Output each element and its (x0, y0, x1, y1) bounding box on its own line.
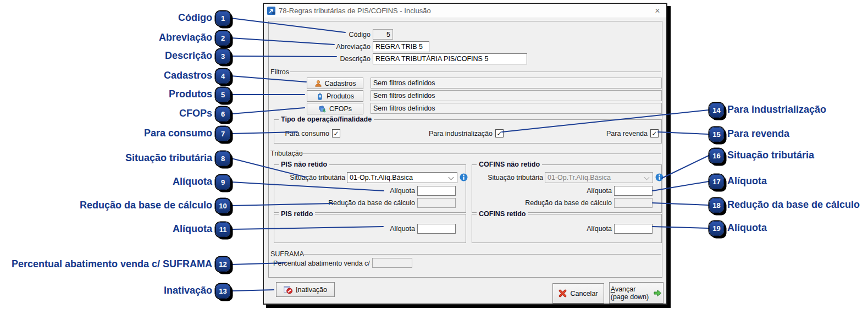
cofins-retido-aliquota-input[interactable] (614, 224, 653, 234)
cofins-reducao-label: Redução da base de cálculo (502, 199, 612, 207)
cancelar-button[interactable]: Cancelar (552, 283, 604, 304)
callout-badge-19: 19 (709, 221, 724, 236)
callout-label-12: Percentual abatimento venda c/ SUFRAMA (12, 258, 212, 270)
produtos-filter-status: Sem filtros definidos (371, 90, 662, 101)
callout-label-5: Produtos (169, 89, 212, 100)
pis-retido-group-label: PIS retido (279, 210, 315, 218)
pis-aliquota-label: Alíquota (333, 187, 415, 195)
tipo-operacao-group: Tipo de operação/finalidade Para consumo… (274, 119, 662, 144)
callout-label-10: Redução da base de cálculo (80, 200, 212, 211)
callout-label-1: Código (178, 12, 212, 24)
abreviacao-label: Abreviação (272, 43, 371, 51)
callout-label-18: Redução da base de cálculo (727, 199, 860, 211)
callout-badge-8: 8 (215, 151, 230, 166)
cofins-retido-group: COFINS retido Alíquota (472, 214, 662, 243)
filtros-section-line (290, 71, 661, 72)
info-icon[interactable] (655, 173, 664, 181)
window-title: 78-Regras tributárias de PIS/COFINS - In… (279, 7, 431, 15)
codigo-label: Código (272, 31, 371, 38)
callout-label-2: Abreviação (159, 32, 212, 43)
avancar-button[interactable]: Avançar (page down) (609, 282, 664, 304)
callout-label-15: Para revenda (727, 128, 789, 140)
para-industrializacao-checkbox[interactable]: ✓ (495, 129, 504, 137)
dialog-regras-tributarias: 78-Regras tributárias de PIS/COFINS - In… (263, 3, 667, 305)
inativacao-button-label: Inativação (296, 286, 327, 294)
product-icon (316, 92, 324, 100)
callout-badge-9: 9 (215, 175, 230, 190)
titlebar: 78-Regras tributárias de PIS/COFINS - In… (264, 4, 666, 18)
inactivation-icon (284, 285, 292, 294)
suframa-percentual-input[interactable] (372, 258, 412, 268)
pis-reducao-label: Redução da base de cálculo (305, 199, 415, 207)
person-icon (314, 80, 322, 87)
info-icon[interactable] (460, 173, 468, 181)
callout-label-7: Para consumo (144, 128, 212, 139)
callout-label-19: Alíquota (727, 222, 767, 234)
cfop-icon: $ (318, 105, 327, 113)
produtos-button[interactable]: Produtos (307, 90, 363, 102)
cofins-situacao-label: Situação tributária (474, 174, 543, 181)
callout-label-6: CFOPs (179, 108, 212, 119)
avancar-button-label: Avançar (611, 285, 649, 293)
cadastros-filter-status: Sem filtros definidos (371, 78, 662, 89)
check-icon: ✓ (496, 130, 502, 137)
pis-situacao-label: Situação tributária (277, 174, 345, 181)
callout-badge-11: 11 (215, 222, 230, 237)
callout-label-16: Situação tributária (727, 150, 814, 161)
cfops-button[interactable]: $ CFOPs (307, 103, 363, 114)
callout-label-4: Cadastros (164, 70, 212, 81)
pis-retido-aliquota-label: Alíquota (333, 225, 415, 233)
tributacao-section-line (300, 153, 661, 154)
descricao-input[interactable] (373, 53, 527, 64)
cofins-aliquota-label: Alíquota (529, 187, 612, 195)
cadastros-button[interactable]: Cadastros (307, 78, 363, 89)
pis-aliquota-input[interactable] (417, 186, 456, 196)
app-icon (267, 7, 275, 15)
chevron-down-icon (644, 175, 650, 180)
cofins-retido-aliquota-label: Alíquota (529, 225, 612, 233)
cofins-nao-retido-group-label: COFINS não retido (477, 161, 542, 168)
check-icon: ✓ (651, 130, 657, 137)
pis-reducao-input[interactable] (417, 198, 456, 208)
callout-badge-14: 14 (709, 103, 724, 118)
callout-badge-17: 17 (709, 174, 724, 189)
callout-label-11: Alíquota (173, 223, 212, 235)
para-revenda-checkbox[interactable]: ✓ (650, 129, 659, 137)
callout-badge-12: 12 (215, 257, 230, 272)
callout-label-17: Alíquota (727, 175, 767, 187)
close-icon[interactable]: × (652, 5, 663, 16)
svg-text:$: $ (323, 108, 326, 113)
abreviacao-input[interactable] (373, 41, 429, 52)
filtros-section-label: Filtros (270, 68, 289, 76)
para-revenda-label: Para revenda (538, 130, 648, 137)
cofins-situacao-select[interactable]: 01-Op.Tr.Alíq.Básica (545, 172, 653, 183)
pis-nao-retido-group-label: PIS não retido (279, 161, 329, 168)
screenshot-canvas: 78-Regras tributárias de PIS/COFINS - In… (0, 0, 868, 314)
callout-badge-1: 1 (215, 11, 230, 26)
callout-badge-18: 18 (709, 198, 724, 213)
cofins-reducao-input[interactable] (614, 198, 653, 208)
pis-retido-aliquota-input[interactable] (417, 224, 456, 234)
cfops-button-label: CFOPs (329, 105, 352, 113)
inativacao-button[interactable]: Inativação (276, 282, 335, 297)
pis-nao-retido-group: PIS não retido Situação tributária 01-Op… (274, 164, 466, 213)
pis-situacao-select[interactable]: 01-Op.Tr.Alíq.Básica (347, 172, 457, 183)
cadastros-button-label: Cadastros (325, 80, 356, 87)
callout-badge-10: 10 (215, 199, 230, 213)
callout-label-9: Alíquota (173, 176, 212, 188)
tributacao-section-label: Tributação (270, 150, 303, 157)
suframa-percentual-label: Percentual abatimento venda c/ SUFRAMA (273, 260, 370, 267)
avancar-button-sublabel: (page down) (611, 293, 649, 301)
callout-label-3: Descrição (165, 50, 212, 62)
cofins-situacao-value: 01-Op.Tr.Alíq.Básica (548, 174, 611, 181)
callout-badge-6: 6 (215, 107, 230, 122)
cofins-nao-retido-group: COFINS não retido Situação tributária 01… (472, 164, 662, 213)
suframa-section-label: SUFRAMA (270, 250, 304, 258)
cancelar-button-label: Cancelar (570, 290, 598, 298)
descricao-label: Descrição (272, 55, 371, 63)
callout-badge-3: 3 (215, 49, 230, 64)
cofins-aliquota-input[interactable] (614, 186, 653, 196)
para-consumo-checkbox[interactable]: ✓ (332, 129, 340, 137)
produtos-button-label: Produtos (327, 92, 354, 100)
codigo-input[interactable] (373, 29, 393, 40)
